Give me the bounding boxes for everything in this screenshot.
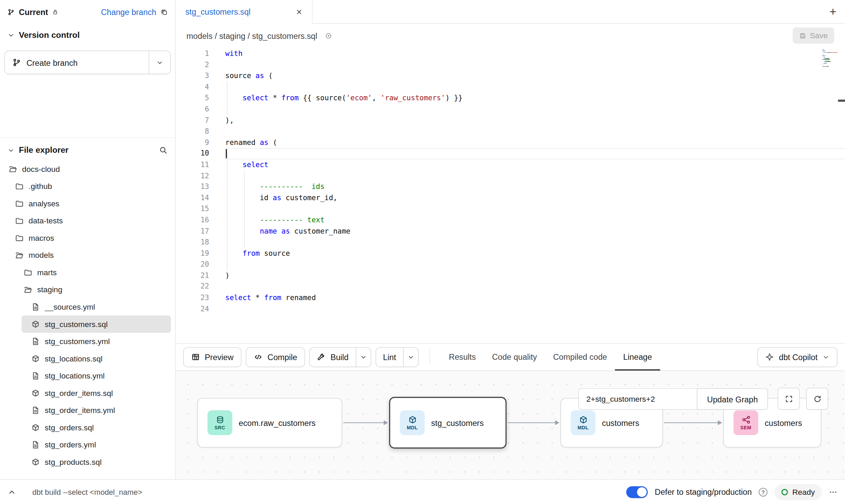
file-tree-item-stg-locations-sql[interactable]: stg_locations.sql: [0, 350, 175, 367]
code-line-7[interactable]: ),: [225, 115, 845, 126]
help-icon[interactable]: ?: [759, 488, 767, 496]
line-number: 1: [176, 48, 209, 60]
copy-icon[interactable]: [161, 8, 168, 15]
lineage-panel[interactable]: Update Graph SRCecom.raw_customersMDLstg…: [176, 371, 845, 479]
version-control-header[interactable]: Version control: [0, 24, 175, 46]
file-tree-item-stg-orders-yml[interactable]: stg_orders.yml: [0, 436, 175, 454]
tab-results[interactable]: Results: [441, 343, 484, 370]
minimap-line: [826, 59, 830, 60]
line-number: 6: [176, 104, 209, 115]
file-tree-item-stg-customers-sql[interactable]: stg_customers.sql: [22, 315, 171, 333]
file-tree-item-stg-customers-yml[interactable]: stg_customers.yml: [0, 333, 175, 350]
code-line-21[interactable]: ): [225, 270, 845, 282]
lineage-edge: [508, 419, 560, 426]
folder-open-icon: [15, 251, 24, 260]
code-line-11[interactable]: select: [225, 159, 845, 171]
copilot-sparkle-icon: [765, 353, 774, 361]
source-node-icon: SRC: [207, 410, 232, 435]
code-line-6[interactable]: [225, 104, 845, 115]
tab-compiled-code[interactable]: Compiled code: [545, 343, 615, 370]
code-line-3[interactable]: source as (: [225, 71, 845, 82]
change-branch-link[interactable]: Change branch: [101, 7, 156, 16]
code-line-1[interactable]: with: [225, 48, 845, 60]
file-tree-item-analyses[interactable]: analyses: [0, 195, 175, 212]
compile-button[interactable]: Compile: [246, 347, 305, 367]
minimap-line: [825, 63, 827, 64]
file-explorer-title: File explorer: [19, 145, 69, 155]
line-number: 15: [176, 204, 209, 215]
file-tree-item-staging[interactable]: staging: [0, 281, 175, 298]
tab-stg-customers-sql[interactable]: stg_customers.sql ✕: [176, 0, 313, 24]
create-branch-dropdown[interactable]: [149, 51, 170, 74]
overflow-menu-icon[interactable]: [829, 488, 837, 496]
create-branch-main[interactable]: Create branch: [5, 51, 149, 74]
dbt-cloud-ide: Current Change branch Version control Cr…: [0, 0, 845, 504]
search-icon[interactable]: [159, 146, 168, 154]
lineage-selector-input[interactable]: [578, 388, 697, 410]
new-tab-button[interactable]: +: [829, 6, 836, 18]
defer-toggle[interactable]: [626, 486, 648, 498]
tab-code-quality[interactable]: Code quality: [484, 343, 545, 370]
fullscreen-button[interactable]: [778, 388, 800, 410]
file-tree-item-models[interactable]: models: [0, 247, 175, 264]
file-tree-item-stg-locations-yml[interactable]: stg_locations.yml: [0, 367, 175, 385]
close-tab-icon[interactable]: ✕: [296, 7, 302, 16]
code-line-23[interactable]: select * from renamed: [225, 293, 845, 304]
file-tree-item-data-tests[interactable]: data-tests: [0, 212, 175, 229]
dbt-copilot-button[interactable]: dbt Copilot: [757, 347, 837, 367]
lint-button[interactable]: Lint: [376, 347, 403, 366]
code-lines[interactable]: withsource as ( select * from {{ source(…: [209, 47, 845, 343]
tab-lineage[interactable]: Lineage: [615, 343, 660, 370]
chevron-up-icon[interactable]: [8, 488, 16, 496]
file-tree-item-docs-cloud[interactable]: docs-cloud: [0, 161, 175, 178]
file-tree-item-stg-products-sql[interactable]: stg_products.sql: [0, 454, 175, 471]
lineage-node-ecom-raw-customers[interactable]: SRCecom.raw_customers: [197, 398, 342, 447]
lineage-node-stg-customers[interactable]: MDLstg_customers: [389, 397, 506, 449]
code-line-22[interactable]: [225, 281, 845, 293]
file-explorer-header[interactable]: File explorer: [0, 138, 175, 159]
node-type-badge: MDL: [407, 425, 418, 430]
preview-button[interactable]: Preview: [183, 347, 242, 367]
code-line-15[interactable]: [225, 204, 845, 215]
build-dropdown[interactable]: [356, 347, 371, 366]
file-tree-item-marts[interactable]: marts: [0, 264, 175, 281]
file-tree-item-github[interactable]: .github: [0, 178, 175, 195]
code-line-10[interactable]: [225, 148, 845, 160]
build-button[interactable]: Build: [310, 347, 356, 366]
file-tree-item-stg-order-items-yml[interactable]: stg_order_items.yml: [0, 402, 175, 419]
code-line-12[interactable]: [225, 171, 845, 182]
minimap[interactable]: [822, 49, 839, 119]
refresh-icon: [813, 395, 821, 403]
file-tree-item-macros[interactable]: macros: [0, 229, 175, 247]
code-line-19[interactable]: from source: [225, 248, 845, 259]
code-line-2[interactable]: [225, 60, 845, 71]
file-explorer-section: File explorer docs-cloud.githubanalysesd…: [0, 138, 175, 479]
status-ready-badge[interactable]: Ready: [774, 484, 822, 500]
file-tree-item-stg-orders-sql[interactable]: stg_orders.sql: [0, 419, 175, 436]
result-tabs: ResultsCode qualityCompiled codeLineage: [441, 343, 660, 370]
save-button[interactable]: Save: [793, 28, 834, 44]
code-line-9[interactable]: renamed as (: [225, 137, 845, 148]
update-graph-button[interactable]: Update Graph: [697, 388, 768, 410]
create-branch-button[interactable]: Create branch: [4, 50, 171, 74]
code-line-8[interactable]: [225, 126, 845, 137]
version-control-title: Version control: [19, 30, 80, 40]
code-line-24[interactable]: [225, 303, 845, 315]
file-tree-item-stg-order-items-sql[interactable]: stg_order_items.sql: [0, 384, 175, 402]
file-tree-item-sources-yml[interactable]: __sources.yml: [0, 298, 175, 316]
code-line-16[interactable]: ---------- text: [225, 215, 845, 226]
code-line-14[interactable]: id as customer_id,: [225, 193, 845, 204]
code-editor[interactable]: 123456789101112131415161718192021222324 …: [176, 47, 845, 343]
refresh-button[interactable]: [806, 388, 828, 410]
lint-dropdown[interactable]: [403, 347, 418, 366]
code-line-4[interactable]: [225, 82, 845, 93]
code-line-20[interactable]: [225, 259, 845, 270]
file-name: stg_orders.yml: [45, 441, 96, 449]
model-node-icon: MDL: [400, 410, 425, 435]
code-line-17[interactable]: name as customer_name: [225, 226, 845, 237]
code-line-5[interactable]: select * from {{ source('ecom', 'raw_cus…: [225, 93, 845, 104]
code-line-18[interactable]: [225, 237, 845, 248]
code-line-13[interactable]: ---------- ids: [225, 181, 845, 193]
bottom-bar: dbt build --select <model_name> Defer to…: [0, 479, 845, 504]
minimap-line: [822, 50, 825, 51]
